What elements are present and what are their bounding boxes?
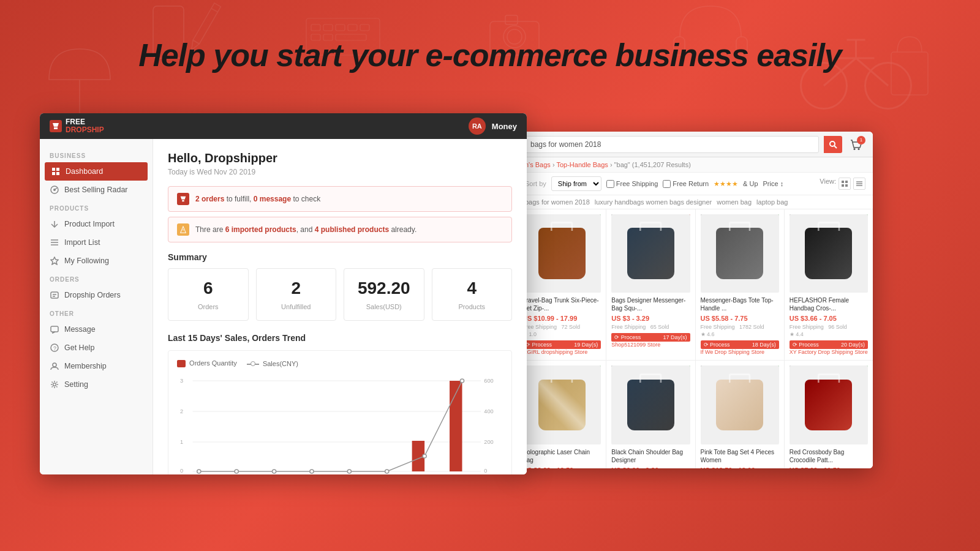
product-card-7[interactable]: ePacket Free Pink Tote Bag Set 4 Pieces … (696, 361, 784, 468)
alert-orders-text: 2 orders to fulfill, 0 message to check (195, 195, 320, 203)
product-rating-4: ★ 4.4 (790, 331, 868, 337)
price-sort[interactable]: Price ↕ (763, 180, 784, 187)
search-bar[interactable]: bags for women 2018 (525, 136, 819, 153)
radar-icon (50, 185, 59, 195)
svg-point-47 (53, 383, 56, 386)
sidebar-label-best-selling: Best Selling Radar (64, 186, 128, 194)
sidebar-item-product-import[interactable]: Product Import (40, 215, 153, 233)
orders-icon (50, 290, 59, 300)
tag-0[interactable]: bags for women 2018 (525, 198, 590, 206)
search-button[interactable] (824, 136, 842, 153)
product-title-2: Bags Designer Messenger-Bag Squ-... (611, 296, 690, 312)
product-image-1 (522, 214, 601, 293)
view-icons: View: (820, 178, 865, 190)
free-shipping-check[interactable]: Free Shipping (606, 180, 658, 188)
greeting-text: Hello, Dropshipper (168, 151, 512, 165)
published-count-bold: 4 published products (315, 225, 389, 234)
product-card-8[interactable]: ePacket Free Red Crossbody Bag Crocodile… (785, 361, 873, 468)
sidebar-item-best-selling-radar[interactable]: Best Selling Radar (40, 181, 153, 199)
svg-point-68 (830, 141, 835, 146)
free-shipping-checkbox[interactable] (606, 180, 614, 188)
sidebar-label-dropship-orders: Dropship Orders (64, 291, 121, 299)
product-card-4[interactable]: ePacket Free HEFLASHOR Female Handbag Cr… (785, 209, 873, 360)
product-card-6[interactable]: ePacket Free Black Chain Shoulder Bag De… (606, 361, 695, 468)
money-label[interactable]: Money (492, 122, 517, 131)
svg-point-71 (858, 148, 860, 150)
svg-text:2: 2 (180, 408, 183, 414)
tag-1[interactable]: luxury handbags women bags designer (595, 198, 712, 206)
filter-sort-label: Sort by (525, 180, 546, 187)
orders-count-bold: 2 orders (195, 195, 224, 203)
card-label-products: Products (440, 303, 505, 310)
svg-marker-39 (51, 257, 58, 264)
sidebar-item-membership[interactable]: Membership (40, 357, 153, 375)
product-price-2: US $3 - 3.29 (611, 315, 690, 322)
svg-rect-30 (56, 168, 59, 171)
sidebar-item-get-help[interactable]: ? Get Help (40, 339, 153, 357)
sidebar-label-membership: Membership (64, 362, 107, 370)
sidebar-item-dashboard[interactable]: Dashboard (45, 162, 148, 181)
sidebar-item-my-following[interactable]: My Following (40, 252, 153, 270)
product-card-3[interactable]: ePacket Free Messenger-Bags Tote Top-Han… (696, 209, 784, 360)
sidebar-label-product-import: Product Import (64, 220, 115, 228)
product-image-5 (522, 365, 601, 444)
product-price-8: US $7.99 - 11.50 (790, 467, 868, 469)
summary-card-sales: 592.20 Sales(USD) (344, 268, 424, 321)
sidebar-label-dashboard: Dashboard (66, 167, 103, 176)
card-value-products: 4 (440, 279, 505, 298)
product-title-6: Black Chain Shoulder Bag Designer (611, 448, 690, 464)
card-label-sales: Sales(USD) (352, 303, 417, 310)
svg-rect-29 (52, 168, 55, 171)
alert-icon-1 (177, 193, 189, 205)
process-days-2: 17 Day(s) (663, 334, 687, 340)
process-days-4: 20 Day(s) (841, 342, 865, 348)
card-value-orders: 6 (176, 279, 241, 298)
process-days-1: 19 Day(s) (574, 342, 598, 348)
product-card-5[interactable]: ePacket Free Holographic Laser Chain Bag… (518, 361, 606, 468)
product-card-1[interactable]: ePacket Free Travel-Bag Trunk Six-Piece-… (518, 209, 606, 360)
sidebar-item-setting[interactable]: Setting (40, 375, 153, 394)
cart-badge: 1 (857, 136, 865, 144)
chart-svg-wrapper: 3 2 1 0 600 400 200 0 (177, 373, 503, 474)
product-process-2: ⟳ Process 17 Day(s) (611, 333, 690, 342)
chart-title: Last 15 Days' Sales, Orders Trend (168, 333, 512, 343)
free-return-check[interactable]: Free Return (663, 180, 709, 188)
cart-button[interactable]: 1 (847, 136, 865, 153)
free-return-checkbox[interactable] (663, 180, 671, 188)
breadcrumb-link-tophandle[interactable]: Top-Handle Bags (556, 161, 608, 168)
sidebar-item-import-list[interactable]: Import List (40, 233, 153, 252)
svg-rect-43 (51, 326, 58, 332)
breadcrumb-link-bags[interactable]: n's Bags (525, 161, 551, 168)
svg-text:1: 1 (180, 439, 183, 445)
svg-rect-73 (845, 181, 848, 183)
product-store-4: XY Factory Drop Shipping Store (790, 349, 868, 355)
dot-1 (235, 470, 238, 473)
and-up-label: & Up (743, 180, 758, 187)
product-image-7 (701, 365, 779, 444)
sidebar-item-message[interactable]: Message (40, 320, 153, 339)
tag-3[interactable]: laptop bag (756, 198, 788, 206)
svg-text:?: ? (53, 345, 56, 351)
tag-2[interactable]: women bag (717, 198, 752, 206)
dot-0 (197, 470, 201, 473)
svg-rect-40 (51, 292, 58, 298)
chart-area: Orders Quantity Sales(CNY) 3 2 1 (168, 350, 512, 474)
chart-svg: 3 2 1 0 600 400 200 0 (177, 373, 503, 474)
user-avatar[interactable]: RA (469, 118, 486, 135)
bag-shape-7 (716, 380, 763, 430)
product-card-2[interactable]: ePacket US $1.79 Bags Designer Messenger… (606, 209, 695, 360)
alert-icon-2 (177, 223, 189, 236)
list-view-button[interactable] (853, 178, 865, 190)
topbar-right: RA Money (469, 118, 517, 135)
dashboard-window: FREEDROPSHIP RA Money BUSINESS Dashboard… (40, 113, 527, 474)
product-store-2: Shop5121099 Store (611, 342, 690, 348)
sidebar-item-dropship-orders[interactable]: Dropship Orders (40, 286, 153, 304)
product-process-3: ⟳ Process 18 Day(s) (701, 340, 779, 349)
sidebar-label-message: Message (64, 325, 96, 334)
grid-view-button[interactable] (839, 178, 851, 190)
product-title-3: Messenger-Bags Tote Top-Handle ... (701, 296, 779, 312)
bag-shape-6 (627, 380, 674, 430)
ship-from-select[interactable]: Ship from (551, 176, 601, 191)
card-label-unfulfilled: Unfulfilled (264, 303, 329, 310)
svg-point-34 (53, 189, 56, 191)
